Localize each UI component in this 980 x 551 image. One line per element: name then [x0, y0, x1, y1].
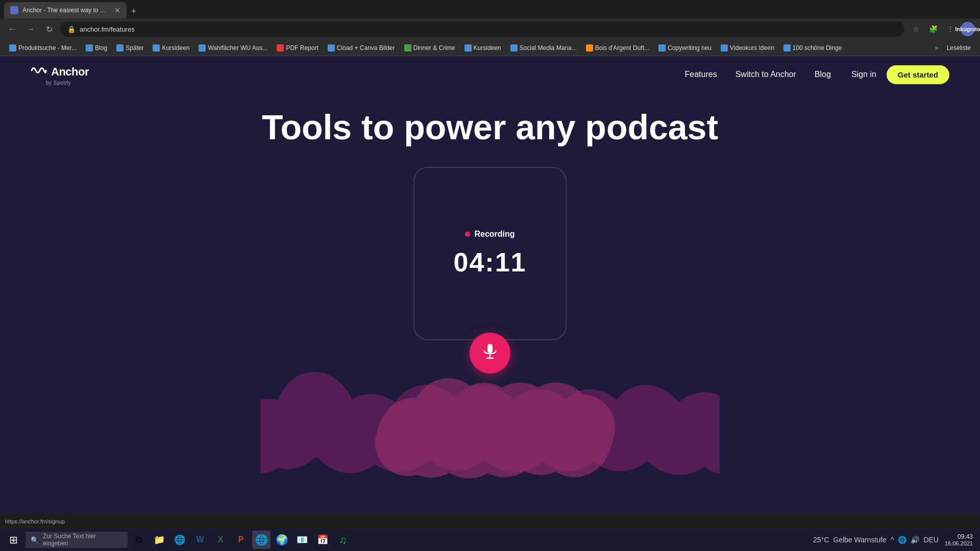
- svg-rect-0: [487, 344, 493, 353]
- anchor-logo-icon: [31, 64, 47, 80]
- nav-links: Features Switch to Anchor Blog: [685, 70, 831, 79]
- recording-text: Recording: [474, 230, 514, 239]
- bookmark-label: Cload + Canva Bilder: [337, 44, 395, 52]
- bookmark-kursideen-1[interactable]: Kursideen: [149, 43, 193, 53]
- phone-mockup: Recording 04:11: [413, 167, 567, 361]
- active-tab[interactable]: Anchor - The easiest way to ma... ✕: [4, 2, 127, 18]
- bookmark-label: Copywriting neu: [668, 44, 712, 52]
- edge-icon[interactable]: 🌍: [273, 531, 291, 549]
- bookmark-label: PDF Report: [286, 44, 318, 52]
- reload-button[interactable]: ↻: [42, 22, 56, 36]
- bookmark-icon: [328, 44, 335, 52]
- keyboard-layout[interactable]: DEU: [923, 536, 939, 544]
- bookmark-icon: [116, 44, 124, 52]
- bookmark-icon: [783, 44, 791, 52]
- search-icon: 🔍: [31, 536, 39, 544]
- url-text: anchor.fm/features: [80, 26, 135, 33]
- back-button[interactable]: ←: [5, 22, 19, 36]
- bookmark-pdf-report[interactable]: PDF Report: [273, 43, 322, 53]
- taskbar-icons: ⧉ 📁 🌐 W X P 🌐 🌍 📧 📅 ♫: [130, 531, 352, 549]
- bookmark-icon: [404, 44, 411, 52]
- mail-icon[interactable]: 📧: [293, 531, 311, 549]
- bookmark-label: Social Media Mana...: [520, 44, 577, 52]
- site-nav: Anchor by Spotify Features Switch to Anc…: [0, 56, 980, 93]
- bookmark-produktsuche[interactable]: Produktsuche - Mer...: [5, 43, 81, 53]
- nav-blog-link[interactable]: Blog: [815, 70, 831, 79]
- address-bar-area: ← → ↻ 🔒 anchor.fm/features ☆ 🧩 ⋮ Inkogni…: [0, 18, 980, 40]
- weather-label: Gelbe Warnstufe: [833, 536, 887, 544]
- extension-button[interactable]: 🧩: [926, 22, 940, 36]
- bookmark-icon: [9, 44, 16, 52]
- bookmark-leseliste[interactable]: Leseliste: [943, 43, 975, 53]
- windows-search-box[interactable]: 🔍 Zur Suche Text hier eingeben: [26, 532, 128, 548]
- bookmark-icon: [586, 44, 593, 52]
- nav-switch-link[interactable]: Switch to Anchor: [736, 70, 796, 79]
- bookmark-icon: [277, 44, 284, 52]
- bookmark-icon: [658, 44, 666, 52]
- page-content: Anchor by Spotify Features Switch to Anc…: [0, 56, 980, 514]
- hero-section: Tools to power any podcast Recording 04:…: [0, 93, 980, 514]
- bookmark-label: Videokurs Ideen: [730, 44, 774, 52]
- nav-features-link[interactable]: Features: [685, 70, 717, 79]
- clock-time: 09:43: [945, 533, 973, 540]
- word-icon[interactable]: W: [191, 531, 209, 549]
- task-view-button[interactable]: ⧉: [130, 531, 148, 549]
- bookmark-social-media[interactable]: Social Media Mana...: [506, 43, 581, 53]
- bookmark-star-button[interactable]: ☆: [909, 22, 923, 36]
- get-started-button[interactable]: Get started: [887, 65, 949, 84]
- bookmark-copywriting[interactable]: Copywriting neu: [654, 43, 716, 53]
- clock-date: 16.06.2021: [945, 540, 973, 546]
- bookmark-blog[interactable]: Blog: [82, 43, 111, 53]
- bookmark-kursideen-2[interactable]: Kursideen: [460, 43, 505, 53]
- tab-favicon: [10, 6, 18, 14]
- bookmark-label: Kursideen: [474, 44, 501, 52]
- profile-button[interactable]: Inkognito: [961, 22, 975, 36]
- file-explorer-icon[interactable]: 📁: [150, 531, 168, 549]
- bookmark-100-dinge[interactable]: 100 schöne Dinge: [779, 43, 846, 53]
- calendar-icon[interactable]: 📅: [313, 531, 332, 549]
- excel-icon[interactable]: X: [211, 531, 230, 549]
- system-tray: 25°C Gelbe Warnstufe ^ 🌐 🔊 DEU 09:43 16.…: [813, 533, 977, 546]
- status-url: https://anchor.fm/signup: [5, 518, 65, 524]
- bookmark-label: Leseliste: [947, 44, 971, 52]
- sign-in-link[interactable]: Sign in: [851, 70, 876, 79]
- volume-icon[interactable]: 🔊: [911, 536, 919, 544]
- logo-area[interactable]: Anchor by Spotify: [31, 64, 89, 86]
- bookmark-bois[interactable]: Bois d'Argent Duft...: [582, 43, 653, 53]
- nav-auth: Sign in Get started: [851, 65, 949, 84]
- tab-bar: Anchor - The easiest way to ma... ✕ +: [0, 0, 980, 18]
- system-clock[interactable]: 09:43 16.06.2021: [945, 533, 973, 546]
- address-bar[interactable]: 🔒 anchor.fm/features: [60, 21, 904, 37]
- tab-title: Anchor - The easiest way to ma...: [22, 7, 110, 14]
- new-tab-button[interactable]: +: [127, 4, 141, 18]
- lock-icon: 🔒: [67, 26, 76, 33]
- tab-close-button[interactable]: ✕: [114, 6, 120, 14]
- bookmark-label: Später: [126, 44, 143, 52]
- bookmark-icon: [464, 44, 472, 52]
- windows-start-button[interactable]: ⊞: [3, 530, 23, 550]
- bookmarks-more-button[interactable]: »: [932, 42, 941, 53]
- tray-expand-icon[interactable]: ^: [891, 536, 894, 544]
- bookmark-videokurs[interactable]: Videokurs Ideen: [717, 43, 778, 53]
- browser-icon-1[interactable]: 🌐: [170, 531, 189, 549]
- powerpoint-icon[interactable]: P: [232, 531, 250, 549]
- logo-subtitle: by Spotify: [46, 80, 89, 86]
- bookmark-icon: [510, 44, 518, 52]
- search-placeholder: Zur Suche Text hier eingeben: [43, 533, 122, 547]
- spotify-icon[interactable]: ♫: [334, 531, 352, 549]
- mic-button[interactable]: [470, 333, 510, 373]
- microphone-icon: [481, 342, 499, 364]
- bookmark-icon: [153, 44, 160, 52]
- phone-screen: Recording 04:11: [413, 167, 567, 340]
- bookmark-wahlfächer[interactable]: Wahlfächer WU Aus...: [194, 43, 272, 53]
- tray-icons: 25°C Gelbe Warnstufe ^ 🌐 🔊 DEU: [813, 536, 939, 544]
- bookmark-icon: [721, 44, 728, 52]
- bookmark-cload[interactable]: Cload + Canva Bilder: [324, 43, 399, 53]
- bookmark-später[interactable]: Später: [112, 43, 148, 53]
- bookmark-icon: [86, 44, 93, 52]
- weather-temp: 25°C: [813, 536, 829, 544]
- forward-button[interactable]: →: [23, 22, 38, 36]
- chrome-icon[interactable]: 🌐: [252, 531, 271, 549]
- bookmark-dinner-crime[interactable]: Dinner & Crime: [400, 43, 459, 53]
- recording-dot: [465, 232, 470, 237]
